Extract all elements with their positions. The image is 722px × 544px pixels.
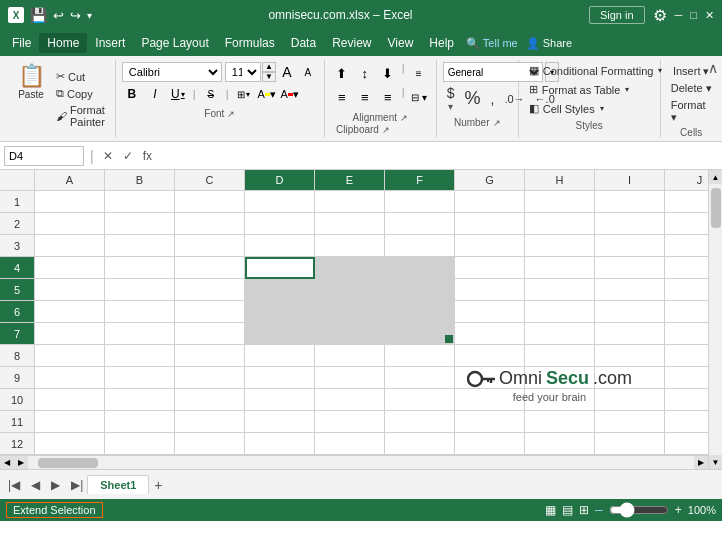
cell-E3[interactable]	[315, 235, 385, 257]
name-box[interactable]	[4, 146, 84, 166]
cell-F1[interactable]	[385, 191, 455, 213]
cell-B2[interactable]	[105, 213, 175, 235]
cell-F7[interactable]	[385, 323, 455, 345]
bold-button[interactable]: B	[122, 84, 142, 104]
cell-D12[interactable]	[245, 433, 315, 455]
row-header-10[interactable]: 10	[0, 389, 35, 411]
cell-I3[interactable]	[595, 235, 665, 257]
copy-button[interactable]: ⧉ Copy	[52, 86, 109, 101]
menu-formulas[interactable]: Formulas	[217, 33, 283, 53]
col-header-A[interactable]: A	[35, 170, 105, 190]
h-scroll-thumb[interactable]	[38, 458, 98, 468]
cell-G12[interactable]	[455, 433, 525, 455]
col-header-C[interactable]: C	[175, 170, 245, 190]
comma-button[interactable]: ,	[487, 90, 499, 108]
zoom-slider[interactable]	[609, 502, 669, 518]
cell-J2[interactable]	[665, 213, 708, 235]
cell-D3[interactable]	[245, 235, 315, 257]
cell-E9[interactable]	[315, 367, 385, 389]
fill-handle[interactable]	[445, 335, 453, 343]
align-right-button[interactable]: ≡	[377, 86, 399, 108]
h-scroll-right-button[interactable]: ▶	[14, 456, 28, 469]
menu-insert[interactable]: Insert	[87, 33, 133, 53]
cell-H4[interactable]	[525, 257, 595, 279]
tell-me-input[interactable]: 🔍 Tell me	[466, 37, 518, 50]
cell-C5[interactable]	[175, 279, 245, 301]
zoom-plus-button[interactable]: +	[675, 503, 682, 517]
sheet-nav-prev[interactable]: ◀	[27, 477, 44, 493]
format-cells-button[interactable]: Format ▾	[667, 98, 716, 125]
cell-J3[interactable]	[665, 235, 708, 257]
sheet-tab-1[interactable]: Sheet1	[87, 475, 149, 494]
cell-H9[interactable]	[525, 367, 595, 389]
conditional-formatting-button[interactable]: ▦ Conditional Formatting ▾	[525, 62, 667, 79]
cell-D11[interactable]	[245, 411, 315, 433]
save-button[interactable]: 💾	[30, 7, 47, 23]
cell-G3[interactable]	[455, 235, 525, 257]
italic-button[interactable]: I	[145, 84, 165, 104]
cell-H3[interactable]	[525, 235, 595, 257]
cell-I6[interactable]	[595, 301, 665, 323]
cell-J5[interactable]	[665, 279, 708, 301]
format-as-table-button[interactable]: ⊞ Format as Table ▾	[525, 81, 667, 98]
cell-J6[interactable]	[665, 301, 708, 323]
cell-A8[interactable]	[35, 345, 105, 367]
cell-E8[interactable]	[315, 345, 385, 367]
row-header-11[interactable]: 11	[0, 411, 35, 433]
font-name-select[interactable]: Calibri	[122, 62, 222, 82]
cell-E11[interactable]	[315, 411, 385, 433]
cell-G7[interactable]	[455, 323, 525, 345]
v-scroll-down-button[interactable]: ▼	[709, 455, 722, 469]
cell-B8[interactable]	[105, 345, 175, 367]
row-header-6[interactable]: 6	[0, 301, 35, 323]
cell-J10[interactable]	[665, 389, 708, 411]
align-bottom-button[interactable]: ⬇	[377, 62, 399, 84]
cell-I4[interactable]	[595, 257, 665, 279]
sheet-nav-next[interactable]: ▶	[47, 477, 64, 493]
cut-button[interactable]: ✂ Cut	[52, 69, 109, 84]
menu-help[interactable]: Help	[421, 33, 462, 53]
cell-H1[interactable]	[525, 191, 595, 213]
cell-H10[interactable]	[525, 389, 595, 411]
cell-C3[interactable]	[175, 235, 245, 257]
cell-F8[interactable]	[385, 345, 455, 367]
cell-D7[interactable]	[245, 323, 315, 345]
align-middle-button[interactable]: ↕	[354, 62, 376, 84]
v-scroll-up-button[interactable]: ▲	[709, 170, 722, 184]
strikethrough-button[interactable]: S	[201, 84, 221, 104]
row-header-9[interactable]: 9	[0, 367, 35, 389]
cell-B9[interactable]	[105, 367, 175, 389]
fx-button[interactable]: fx	[140, 148, 155, 164]
cell-A5[interactable]	[35, 279, 105, 301]
cell-G10[interactable]	[455, 389, 525, 411]
cell-B3[interactable]	[105, 235, 175, 257]
vertical-scrollbar[interactable]: ▲ ▼	[708, 170, 722, 469]
cell-I2[interactable]	[595, 213, 665, 235]
menu-page-layout[interactable]: Page Layout	[133, 33, 216, 53]
cell-D9[interactable]	[245, 367, 315, 389]
align-top-button[interactable]: ⬆	[331, 62, 353, 84]
cell-D10[interactable]	[245, 389, 315, 411]
undo-button[interactable]: ↩	[53, 8, 64, 23]
cell-H8[interactable]	[525, 345, 595, 367]
cell-B10[interactable]	[105, 389, 175, 411]
h-scroll-end-button[interactable]: ▶	[694, 456, 708, 469]
horizontal-scrollbar[interactable]: ◀ ▶ ▶	[0, 455, 708, 469]
cell-G5[interactable]	[455, 279, 525, 301]
cell-C8[interactable]	[175, 345, 245, 367]
cell-E1[interactable]	[315, 191, 385, 213]
col-header-B[interactable]: B	[105, 170, 175, 190]
cell-F6[interactable]	[385, 301, 455, 323]
redo-button[interactable]: ↪	[70, 8, 81, 23]
cell-J8[interactable]	[665, 345, 708, 367]
cell-B5[interactable]	[105, 279, 175, 301]
cell-B12[interactable]	[105, 433, 175, 455]
cell-I11[interactable]	[595, 411, 665, 433]
menu-home[interactable]: Home	[39, 33, 87, 53]
view-layout-button[interactable]: ▤	[562, 503, 573, 517]
menu-review[interactable]: Review	[324, 33, 379, 53]
fill-color-button[interactable]: A ▾	[257, 84, 277, 104]
increase-font-button[interactable]: A	[277, 62, 297, 82]
font-expand-icon[interactable]: ↗	[227, 109, 235, 119]
cell-E5[interactable]	[315, 279, 385, 301]
